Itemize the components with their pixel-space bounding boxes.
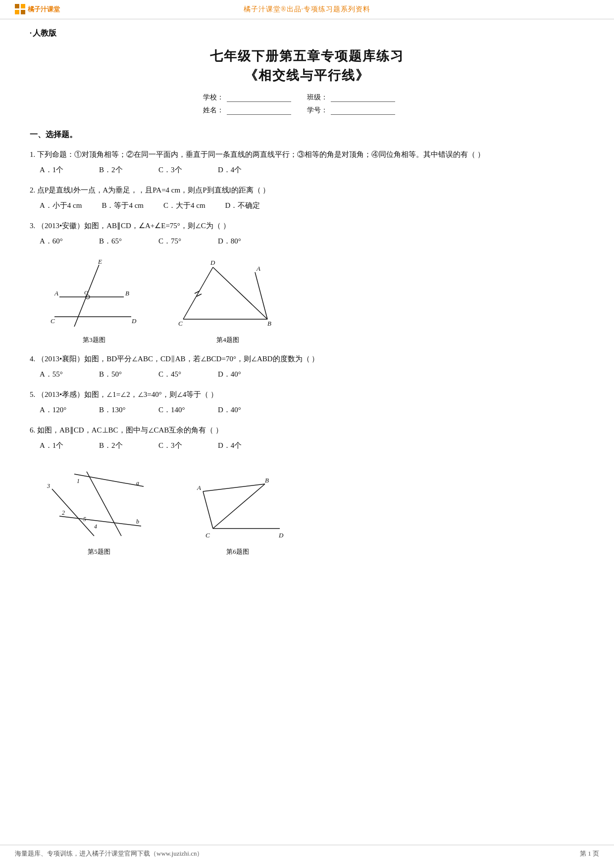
class-row: 班级： [307,93,411,102]
q5-options: A．120° B．130° C．140° D．40° [30,403,584,417]
svg-text:C: C [51,317,55,325]
svg-text:O: O [84,289,88,295]
diagram3-svg: E A B O C D [45,255,144,332]
q2-opt-b: B．等于4 cm [102,199,144,212]
svg-text:B: B [265,477,269,484]
id-input[interactable] [331,106,395,115]
school-row: 学校： [203,93,307,102]
q1-opt-a: A．1个 [40,163,79,177]
main-title: 七年级下册第五章专项题库练习 《相交线与平行线》 [30,48,584,84]
q6-opt-c: C．3个 [158,439,198,452]
q5-text: 5. （2013•孝感）如图，∠1=∠2，∠3=40°，则∠4等于（ ） [30,388,584,401]
edition-label: 人教版 [30,28,584,39]
svg-line-13 [255,272,267,319]
q3-options: A．60° B．65° C．75° D．80° [30,235,584,248]
id-row: 学号： [307,106,411,115]
q4-options: A．55° B．50° C．45° D．40° [30,368,584,381]
q1-options: A．1个 B．2个 C．3个 D．4个 [30,163,584,177]
svg-text:D: D [131,317,137,325]
q4-opt-b: B．50° [99,368,139,381]
class-label: 班级： [307,93,328,102]
logo: 橘子汁课堂 [15,4,60,15]
diagram-3: E A B O C D 第3题图 [45,255,144,344]
svg-text:a: a [136,480,139,486]
svg-text:1: 1 [77,478,80,484]
diagram-6: A B C D 第6题图 [183,464,292,556]
diagram4-svg: D A C B [173,255,282,332]
q6-opt-b: B．2个 [99,439,139,452]
name-input[interactable] [227,106,291,115]
svg-text:C: C [178,320,183,327]
question-2: 2. 点P是直线l外一点，A为垂足，，且PA=4 cm，则点P到直线l的距离（ … [30,184,584,212]
svg-line-11 [183,267,213,319]
q2-opt-c: C．大于4 cm [163,199,205,212]
question-3: 3. （2013•安徽）如图，AB∥CD，∠A+∠E=75°，则∠C为（ ） A… [30,219,584,248]
svg-text:D: D [210,259,215,266]
q2-opt-a: A．小于4 cm [40,199,82,212]
q6-text: 6. 如图，AB∥CD，AC⊥BC，图中与∠CAB互余的角有（ ） [30,424,584,437]
svg-text:4: 4 [94,523,97,530]
footer: 海量题库、专项训练，进入橘子汁课堂官网下载（www.juzizhi.cn） 第 … [0,845,614,858]
diagram6-svg: A B C D [183,464,292,543]
diagram5-label: 第5题图 [45,547,154,556]
q2-text: 2. 点P是直线l外一点，A为垂足，，且PA=4 cm，则点P到直线l的距离（ … [30,184,584,197]
q1-opt-d: D．4个 [218,163,257,177]
q5-opt-a: A．120° [40,403,79,417]
question-1: 1. 下列命题：①对顶角相等；②在同一平面内，垂直于同一条直线的两直线平行；③相… [30,148,584,177]
logo-text: 橘子汁课堂 [28,5,60,14]
svg-text:5: 5 [83,516,86,523]
q4-opt-a: A．55° [40,368,79,381]
diagrams-row1: E A B O C D 第3题图 [45,255,584,344]
name-row: 姓名： [203,106,307,115]
svg-text:C: C [205,531,210,539]
question-4: 4. （2013•襄阳）如图，BD平分∠ABC，CD∥AB，若∠BCD=70°，… [30,352,584,381]
svg-line-33 [203,491,213,529]
title-line2: 《相交线与平行线》 [30,67,584,84]
q3-opt-b: B．65° [99,235,139,248]
q4-text: 4. （2013•襄阳）如图，BD平分∠ABC，CD∥AB，若∠BCD=70°，… [30,352,584,366]
logo-icon [15,4,26,15]
svg-text:D: D [278,531,284,539]
svg-text:A: A [54,289,58,297]
q1-opt-b: B．2个 [99,163,139,177]
class-input[interactable] [331,93,395,102]
q3-opt-c: C．75° [158,235,198,248]
id-label: 学号： [307,106,328,115]
diagram-4: D A C B 第4题图 [173,255,282,344]
q5-opt-b: B．130° [99,403,139,417]
svg-text:3: 3 [47,482,50,489]
svg-text:A: A [256,265,260,272]
diagram5-svg: 3 1 a 2 5 4 b [45,459,154,543]
q6-opt-a: A．1个 [40,439,79,452]
q3-text: 3. （2013•安徽）如图，AB∥CD，∠A+∠E=75°，则∠C为（ ） [30,219,584,233]
header: 橘子汁课堂 橘子汁课堂®出品·专项练习题系列资料 [0,0,614,19]
q1-opt-c: C．3个 [158,163,198,177]
svg-line-20 [74,474,144,486]
diagram-5: 3 1 a 2 5 4 b 第5题图 [45,459,154,556]
q5-opt-d: D．40° [218,403,257,417]
section1-heading: 一、选择题。 [30,130,584,140]
svg-text:B: B [125,289,129,297]
svg-text:A: A [197,484,201,491]
q6-opt-d: D．4个 [218,439,257,452]
diagram6-label: 第6题图 [183,547,292,556]
svg-line-12 [213,267,267,319]
question-5: 5. （2013•孝感）如图，∠1=∠2，∠3=40°，则∠4等于（ ） A．1… [30,388,584,417]
diagrams-row2: 3 1 a 2 5 4 b 第5题图 [45,459,584,556]
footer-left: 海量题库、专项训练，进入橘子汁课堂官网下载（www.juzizhi.cn） [15,849,203,858]
school-label: 学校： [203,93,224,102]
q4-opt-d: D．40° [218,368,257,381]
q2-opt-d: D．不确定 [225,199,265,212]
q6-options: A．1个 B．2个 C．3个 D．4个 [30,439,584,452]
q3-opt-a: A．60° [40,235,79,248]
title-line1: 七年级下册第五章专项题库练习 [30,48,584,65]
diagram3-label: 第3题图 [45,336,144,344]
school-input[interactable] [227,93,291,102]
header-title: 橘子汁课堂®出品·专项练习题系列资料 [244,5,370,14]
svg-line-34 [213,484,265,529]
svg-text:B: B [267,320,271,327]
q3-opt-d: D．80° [218,235,257,248]
svg-line-22 [52,489,94,536]
diagram4-label: 第4题图 [173,336,282,344]
form-fields: 学校： 班级： 姓名： 学号： [203,93,411,115]
